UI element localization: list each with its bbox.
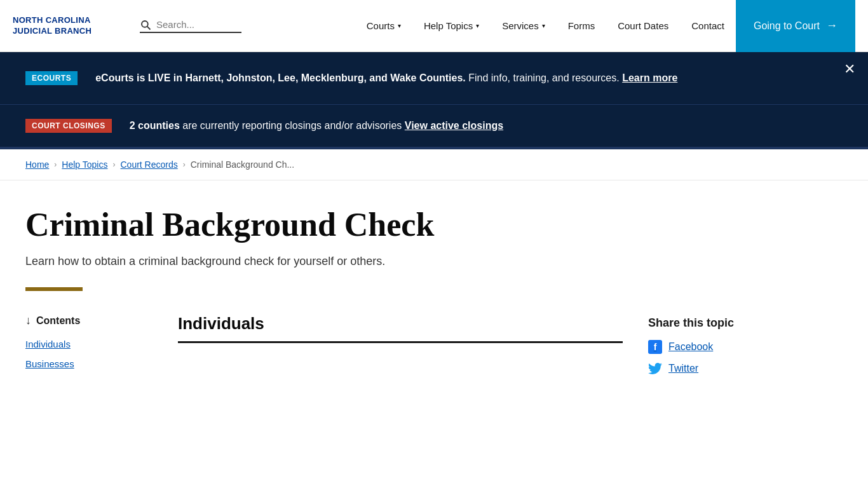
breadcrumb-separator: › [54, 160, 57, 169]
breadcrumb-home[interactable]: Home [25, 159, 49, 170]
facebook-label: Facebook [668, 341, 713, 353]
breadcrumb-court-records[interactable]: Court Records [120, 159, 177, 170]
nav-item-forms[interactable]: Forms [557, 0, 607, 52]
ecourts-banner: ECOURTS eCourts is LIVE in Harnett, John… [0, 52, 868, 105]
twitter-share-link[interactable]: Twitter [648, 362, 788, 376]
breadcrumb: Home › Help Topics › Court Records › Cri… [0, 149, 868, 180]
sidebar-link-individuals[interactable]: Individuals [25, 337, 153, 351]
nav-item-services[interactable]: Services ▾ [491, 0, 557, 52]
site-header: NORTH CAROLINA JUDICIAL BRANCH Courts ▾ … [0, 0, 868, 52]
page-title: Criminal Background Check [25, 206, 843, 244]
search-icon [140, 19, 151, 30]
ecourts-banner-text: eCourts is LIVE in Harnett, Johnston, Le… [95, 70, 677, 86]
breadcrumb-separator: › [112, 160, 115, 169]
ecourts-learn-more-link[interactable]: Learn more [622, 72, 677, 83]
breadcrumb-current-page: Criminal Background Ch... [191, 159, 294, 170]
section-individuals-title: Individuals [178, 314, 623, 343]
facebook-share-link[interactable]: f Facebook [648, 340, 788, 354]
share-title: Share this topic [648, 316, 788, 330]
breadcrumb-help-topics[interactable]: Help Topics [62, 159, 107, 170]
nav-item-contact[interactable]: Contact [680, 0, 736, 52]
close-button[interactable]: ✕ [844, 62, 855, 76]
nav-item-help-topics[interactable]: Help Topics ▾ [412, 0, 491, 52]
chevron-down-icon: ▾ [398, 22, 401, 29]
share-area: Share this topic f Facebook Twitter [648, 314, 788, 383]
court-closings-text: 2 counties are currently reporting closi… [130, 120, 503, 132]
court-closings-banner: COURT CLOSINGS 2 counties are currently … [0, 105, 868, 149]
ecourts-badge: ECOURTS [25, 71, 78, 85]
going-to-court-button[interactable]: Going to Court → [736, 0, 855, 52]
svg-point-0 [142, 21, 148, 27]
twitter-label: Twitter [668, 363, 698, 374]
nav-item-court-dates[interactable]: Court Dates [606, 0, 680, 52]
title-divider [25, 287, 83, 291]
court-closings-badge: COURT CLOSINGS [25, 119, 112, 133]
breadcrumb-separator: › [183, 160, 186, 169]
article-area: Individuals [178, 314, 623, 383]
view-active-closings-link[interactable]: View active closings [405, 120, 503, 131]
facebook-icon: f [648, 340, 662, 354]
main-content: Criminal Background Check Learn how to o… [0, 180, 868, 384]
closings-count: 2 counties [130, 120, 180, 131]
ecourts-bold-text: eCourts is LIVE in Harnett, Johnston, Le… [95, 72, 466, 83]
arrow-right-icon: → [826, 19, 837, 32]
site-name: NORTH CAROLINA JUDICIAL BRANCH [13, 15, 127, 37]
page-subtitle: Learn how to obtain a criminal backgroun… [25, 255, 843, 268]
ecourts-normal-text: Find info, training, and resources. [468, 72, 619, 83]
search-input[interactable] [156, 19, 239, 30]
content-layout: ↓ Contents Individuals Businesses Indivi… [25, 314, 843, 383]
main-nav: Courts ▾ Help Topics ▾ Services ▾ Forms … [355, 0, 855, 52]
site-logo: NORTH CAROLINA JUDICIAL BRANCH [13, 15, 127, 37]
closings-normal-text: are currently reporting closings and/or … [182, 120, 402, 131]
nav-item-courts[interactable]: Courts ▾ [355, 0, 412, 52]
svg-line-1 [147, 26, 151, 29]
search-area[interactable] [140, 19, 241, 33]
twitter-icon [648, 362, 662, 376]
contents-header: ↓ Contents [25, 314, 153, 327]
contents-heading: Contents [36, 315, 80, 327]
down-arrow-icon: ↓ [25, 314, 31, 327]
chevron-down-icon: ▾ [542, 22, 545, 29]
chevron-down-icon: ▾ [476, 22, 479, 29]
sidebar: ↓ Contents Individuals Businesses [25, 314, 153, 383]
sidebar-link-businesses[interactable]: Businesses [25, 357, 153, 370]
